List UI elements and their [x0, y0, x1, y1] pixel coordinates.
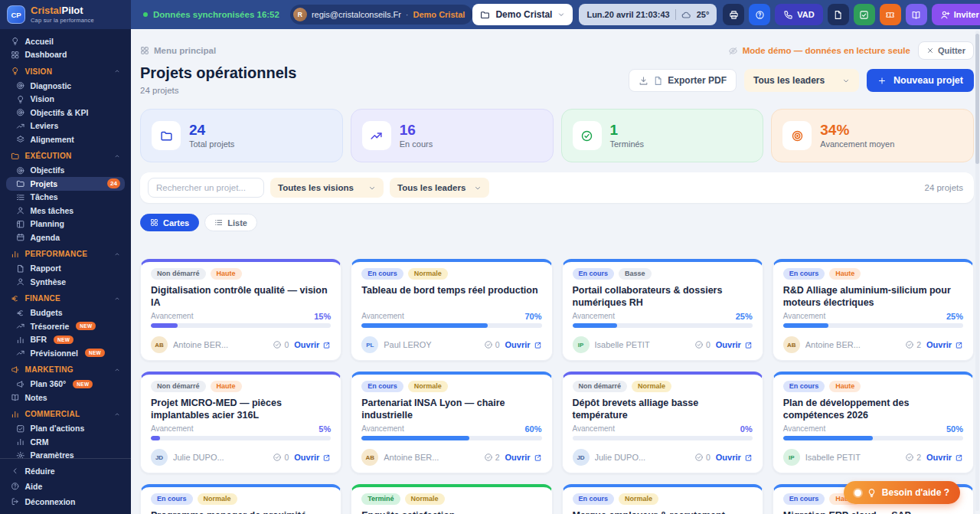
project-card[interactable]: En cours Normale Programme manager de pr… — [140, 484, 341, 514]
sidebar-item-agenda[interactable]: Agenda — [6, 231, 125, 244]
leaders-filter-dropdown[interactable]: Tous les leaders — [744, 69, 859, 92]
open-project-link[interactable]: Ouvrir — [716, 453, 753, 462]
leaders-filter-dropdown-secondary[interactable]: Tous les leaders — [390, 178, 489, 198]
open-project-link[interactable]: Ouvrir — [505, 453, 541, 462]
sidebar-item-projets[interactable]: Projets 24 — [6, 177, 125, 191]
folder-icon — [11, 152, 20, 161]
sidebar-item-execution[interactable]: EXÉCUTION — [6, 149, 125, 164]
brand-header: CP CristalPilot Cap sur la performance — [0, 0, 131, 29]
chevron-down-icon — [557, 11, 565, 18]
user-pill[interactable]: R regis@cristalconseils.Fr Demo Cristal — [290, 5, 472, 25]
chevron-up-icon — [114, 251, 120, 257]
sidebar-item-reduire[interactable]: Réduire — [6, 463, 125, 479]
sidebar-item-deconnexion[interactable]: Déconnexion — [6, 494, 125, 509]
stat-icon — [362, 121, 391, 150]
project-card[interactable]: En cours Normale Marque employeur & recr… — [562, 484, 763, 514]
badges-row: Non démarré Haute — [151, 381, 331, 392]
sidebar-item-plan-360[interactable]: Plan 360° NEW — [6, 378, 125, 391]
chevron-left-icon — [11, 467, 20, 476]
open-project-link[interactable]: Ouvrir — [294, 453, 331, 462]
view-list-button[interactable]: Liste — [204, 214, 257, 231]
sidebar-item-vision[interactable]: VISION — [6, 64, 125, 79]
open-project-link[interactable]: Ouvrir — [926, 453, 963, 462]
person-plus-icon — [940, 10, 950, 20]
progress-bar-fill — [361, 323, 488, 328]
sidebar-item-marketing[interactable]: MARKETING — [6, 362, 125, 378]
sidebar-item-synthese[interactable]: Synthèse — [6, 275, 125, 289]
sidebar-item-rapport[interactable]: Rapport — [6, 262, 125, 276]
stat-body: 24 Total projets — [189, 123, 234, 149]
sidebar-item-label: Diagnostic — [31, 81, 72, 90]
new-project-button[interactable]: Nouveau projet — [867, 69, 974, 92]
sidebar-item-tresorerie[interactable]: Trésorerie NEW — [6, 319, 125, 333]
project-card[interactable]: Terminé Normale Enquête satisfaction — [351, 484, 552, 514]
sidebar-item-budgets[interactable]: Budgets — [6, 306, 125, 320]
sidebar-item-objectifs-kpi[interactable]: Objectifs & KPI — [6, 106, 125, 119]
sidebar-item-parametres[interactable]: Paramètres — [6, 449, 125, 459]
folder-icon — [16, 179, 25, 188]
open-project-link[interactable]: Ouvrir — [505, 340, 541, 349]
check-circle-icon — [484, 340, 493, 349]
workspace-selector[interactable]: Demo Cristal — [472, 4, 573, 25]
progress-value: 25% — [946, 312, 963, 321]
inviter-button[interactable]: Inviter — [932, 4, 980, 25]
visions-filter-dropdown[interactable]: Toutes les visions — [270, 178, 384, 198]
sidebar-item-finance[interactable]: FINANCE — [6, 291, 125, 306]
sidebar-item-previsionnel[interactable]: Prévisionnel NEW — [6, 346, 125, 360]
sidebar-item-notes[interactable]: Notes — [6, 391, 125, 404]
priority-badge: Haute — [829, 268, 861, 280]
help-button[interactable] — [749, 4, 770, 25]
help-button[interactable]: Besoin d'aide ? — [844, 481, 960, 504]
sidebar-item-alignement[interactable]: Alignement — [6, 133, 125, 146]
breadcrumb[interactable]: Menu principal — [140, 46, 216, 55]
progress-bar — [573, 436, 753, 440]
open-project-link[interactable]: Ouvrir — [926, 340, 963, 349]
sidebar-item-performance[interactable]: PERFORMANCE — [6, 247, 125, 262]
open-project-link[interactable]: Ouvrir — [716, 340, 753, 349]
project-card[interactable]: Non démarré Haute Digitalisation contrôl… — [140, 259, 341, 361]
project-card[interactable]: Non démarré Haute Projet MICRO-MED — piè… — [140, 372, 341, 473]
check-square-button[interactable] — [854, 4, 875, 25]
open-project-link[interactable]: Ouvrir — [294, 340, 331, 349]
progress-bar — [573, 323, 753, 328]
sidebar-item-leviers[interactable]: Leviers — [6, 119, 125, 133]
sidebar-item-vision[interactable]: Vision — [6, 93, 125, 106]
owner-avatar: IP — [573, 336, 590, 353]
ticket-button[interactable] — [880, 4, 901, 25]
scrollbar[interactable] — [975, 31, 979, 511]
project-card[interactable]: En cours Normale Tableau de bord temps r… — [351, 259, 552, 361]
view-cards-button[interactable]: Cartes — [140, 214, 199, 231]
progress-value: 70% — [524, 312, 541, 321]
doc-button[interactable] — [828, 4, 849, 25]
vad-button[interactable]: VAD — [775, 4, 822, 25]
page-heading: Projets opérationnels 24 projets — [140, 64, 297, 95]
sidebar-item-diagnostic[interactable]: Diagnostic — [6, 79, 125, 93]
sidebar-item-taches[interactable]: Tâches — [6, 191, 125, 205]
stat-value: 16 — [400, 123, 433, 139]
sidebar-nav: Accueil Dashboard VISION Diagnostic Visi… — [0, 29, 131, 458]
sidebar-item-aide[interactable]: Aide — [6, 479, 125, 494]
sidebar-item-plan-d-actions[interactable]: Plan d'actions — [6, 422, 125, 436]
sidebar-item-accueil[interactable]: Accueil — [6, 34, 125, 48]
bulb-icon — [867, 488, 877, 498]
sidebar-item-objectifs[interactable]: Objectifs — [6, 164, 125, 178]
sidebar-item-mes-taches[interactable]: Mes tâches — [6, 204, 125, 218]
project-card[interactable]: Non démarré Normale Dépôt brevets alliag… — [562, 372, 763, 473]
project-card[interactable]: En cours Haute R&D Alliage aluminium-sil… — [773, 259, 974, 361]
sidebar-item-commercial[interactable]: COMMERCIAL — [6, 407, 125, 422]
book-button[interactable] — [906, 4, 927, 25]
search-input[interactable] — [148, 178, 264, 198]
sidebar-item-bfr[interactable]: BFR NEW — [6, 333, 125, 347]
sidebar-item-dashboard[interactable]: Dashboard — [6, 48, 125, 62]
sidebar-item-planning[interactable]: Planning — [6, 218, 125, 231]
sidebar: CP CristalPilot Cap sur la performance A… — [0, 0, 131, 514]
sidebar-item-crm[interactable]: CRM — [6, 435, 125, 449]
project-card[interactable]: En cours Basse Portail collaborateurs & … — [562, 259, 763, 361]
project-card[interactable]: En cours Normale Partenariat INSA Lyon —… — [351, 372, 552, 473]
printer-button[interactable] — [723, 4, 744, 25]
scrollbar-thumb[interactable] — [975, 34, 979, 164]
card-footer: AB Antoine BER... 2 Ouvrir — [783, 336, 963, 353]
project-card[interactable]: En cours Haute Plan de développement des… — [773, 372, 974, 473]
quit-demo-button[interactable]: Quitter — [918, 41, 974, 60]
export-pdf-button[interactable]: Exporter PDF — [629, 69, 737, 92]
